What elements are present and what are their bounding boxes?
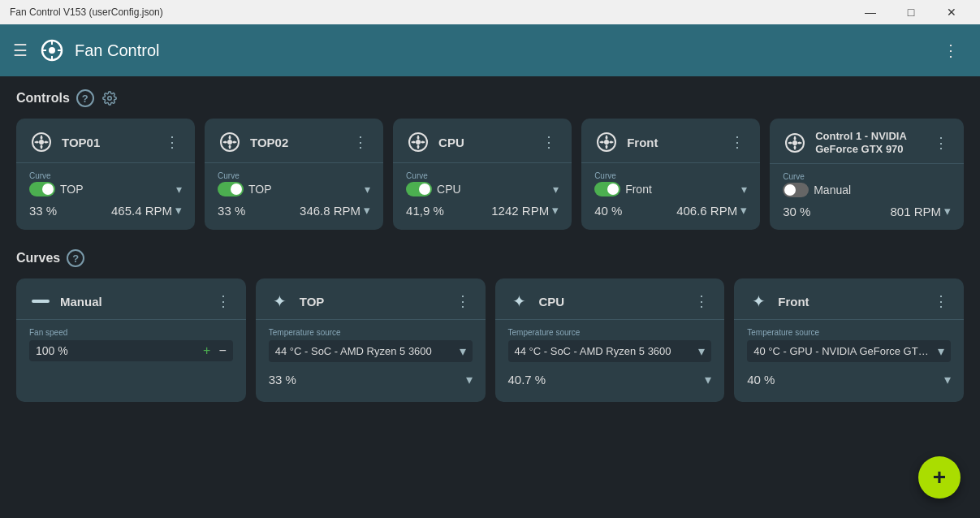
curve-percent-top: 33 % xyxy=(269,373,296,386)
svg-point-14 xyxy=(604,140,609,145)
chevron-down-front[interactable]: ▾ xyxy=(741,183,747,196)
toggle-top01[interactable] xyxy=(29,182,55,196)
curve-card-name-front: Front xyxy=(778,295,931,309)
fan-icon-top01 xyxy=(29,130,54,154)
app-logo xyxy=(37,36,67,65)
curve-select-top02: TOP ▾ xyxy=(248,183,370,196)
minimize-button[interactable]: — xyxy=(852,0,889,24)
minus-curve-icon xyxy=(29,290,52,313)
curve-divider-top xyxy=(256,319,486,320)
stats-row-nvidia: 30 % 801 RPM ▾ xyxy=(783,204,951,218)
close-button[interactable]: ✕ xyxy=(933,0,970,24)
fan-icon-front xyxy=(594,130,619,154)
toggle-top02[interactable] xyxy=(218,182,244,196)
chevron-rpm-front[interactable]: ▾ xyxy=(740,203,747,218)
card-more-top02[interactable]: ⋮ xyxy=(351,133,370,151)
stat-percent-cpu: 41,9 % xyxy=(406,204,444,218)
stat-rpm-top02: 346.8 RPM ▾ xyxy=(300,203,370,218)
curve-divider-cpu xyxy=(495,319,725,320)
svg-point-10 xyxy=(227,140,232,145)
curve-card-front: ✦ Front ⋮ Temperature source 40 °C - GPU… xyxy=(734,278,964,402)
curves-help-icon[interactable]: ? xyxy=(67,249,84,267)
stats-row-cpu: 41,9 % 1242 RPM ▾ xyxy=(406,203,559,218)
curve-value-top01: TOP xyxy=(60,183,84,196)
fan-icon-cpu xyxy=(406,130,430,154)
card-name-cpu: CPU xyxy=(438,136,539,149)
curve-select-front: Front ▾ xyxy=(625,183,747,196)
curve-more-top[interactable]: ⋮ xyxy=(453,292,473,310)
curve-percent-cpu: 40.7 % xyxy=(508,373,546,386)
card-header-nvidia: Control 1 - NVIDIA GeForce GTX 970 ⋮ xyxy=(783,130,951,155)
chevron-rpm-nvidia[interactable]: ▾ xyxy=(944,204,951,218)
curve-card-top: ✦ TOP ⋮ Temperature source 44 °C - SoC -… xyxy=(256,278,486,402)
curve-card-name-top: TOP xyxy=(300,295,453,309)
card-name-top02: TOP02 xyxy=(250,136,351,149)
card-name-nvidia: Control 1 - NVIDIA GeForce GTX 970 xyxy=(815,130,931,155)
toggle-nvidia[interactable] xyxy=(783,183,809,197)
stat-rpm-nvidia: 801 RPM ▾ xyxy=(891,204,952,218)
curve-percent-row-cpu: 40.7 % ▾ xyxy=(508,369,712,391)
card-name-front: Front xyxy=(627,136,727,149)
card-more-top01[interactable]: ⋮ xyxy=(162,133,182,151)
chevron-rpm-top01[interactable]: ▾ xyxy=(175,203,182,218)
curve-card-name-manual: Manual xyxy=(60,295,214,309)
chevron-percent-cpu[interactable]: ▾ xyxy=(705,372,711,387)
chevron-percent-front[interactable]: ▾ xyxy=(944,372,951,387)
curve-card-name-cpu: CPU xyxy=(539,295,693,309)
fan-speed-plus-icon[interactable]: + xyxy=(203,343,210,358)
curve-more-cpu[interactable]: ⋮ xyxy=(692,292,711,310)
fan-speed-label-manual: Fan speed xyxy=(29,328,233,337)
chevron-temp-cpu[interactable]: ▾ xyxy=(698,343,705,359)
temp-source-label-top: Temperature source xyxy=(269,328,473,337)
chevron-down-cpu[interactable]: ▾ xyxy=(553,183,559,196)
curve-label-cpu: Curve xyxy=(406,171,559,180)
curve-label-top02: Curve xyxy=(218,171,370,180)
curve-row-top02: TOP ▾ xyxy=(218,182,370,196)
stat-rpm-front: 406.6 RPM ▾ xyxy=(676,203,747,218)
toggle-cpu[interactable] xyxy=(406,182,432,196)
fan-speed-value-manual: 100 % xyxy=(36,344,68,357)
control-card-front: Front ⋮ Curve Front ▾ 40 % 406.6 RPM xyxy=(581,119,760,230)
chevron-temp-front[interactable]: ▾ xyxy=(938,343,944,359)
chevron-down-top01[interactable]: ▾ xyxy=(176,183,182,196)
control-card-nvidia: Control 1 - NVIDIA GeForce GTX 970 ⋮ Cur… xyxy=(770,119,964,230)
curve-card-header-top: ✦ TOP ⋮ xyxy=(269,290,473,313)
menu-icon[interactable]: ☰ xyxy=(13,41,28,60)
curve-select-top01: TOP ▾ xyxy=(60,183,182,196)
toggle-front[interactable] xyxy=(594,182,620,196)
fan-speed-minus-icon[interactable]: − xyxy=(218,343,226,358)
card-divider-nvidia xyxy=(770,163,964,164)
maximize-button[interactable]: □ xyxy=(892,0,930,24)
curve-more-front[interactable]: ⋮ xyxy=(931,292,951,310)
control-card-cpu: CPU ⋮ Curve CPU ▾ 41,9 % 1242 RPM ▾ xyxy=(393,119,572,230)
titlebar-controls: — □ ✕ xyxy=(852,0,970,24)
chevron-percent-top[interactable]: ▾ xyxy=(466,372,473,387)
controls-settings-icon[interactable] xyxy=(101,89,119,107)
chevron-rpm-cpu[interactable]: ▾ xyxy=(552,203,559,218)
temp-source-label-cpu: Temperature source xyxy=(508,328,712,337)
chevron-temp-top[interactable]: ▾ xyxy=(460,343,466,359)
curve-row-front: Front ▾ xyxy=(594,182,747,196)
curve-row-cpu: CPU ▾ xyxy=(406,182,559,196)
curve-more-manual[interactable]: ⋮ xyxy=(214,292,233,310)
controls-title: Controls xyxy=(16,91,70,106)
card-more-nvidia[interactable]: ⋮ xyxy=(931,134,951,152)
curve-label-nvidia: Curve xyxy=(783,172,951,181)
card-more-cpu[interactable]: ⋮ xyxy=(539,133,559,151)
controls-help-icon[interactable]: ? xyxy=(76,89,94,107)
svg-point-1 xyxy=(49,47,55,54)
app-title: Fan Control xyxy=(75,41,935,60)
appbar-more-button[interactable]: ⋮ xyxy=(935,34,967,67)
svg-point-6 xyxy=(108,97,112,101)
chevron-rpm-top02[interactable]: ▾ xyxy=(364,203,370,218)
curve-value-cpu: CPU xyxy=(437,183,461,196)
curve-row-nvidia: Manual xyxy=(783,183,951,197)
curve-card-header-cpu2: ✦ CPU ⋮ xyxy=(508,290,712,313)
curve-divider-front xyxy=(734,319,964,320)
controls-cards-grid: TOP01 ⋮ Curve TOP ▾ 33 % 465.4 RPM xyxy=(16,119,964,230)
card-header-cpu: CPU ⋮ xyxy=(406,130,559,154)
add-fab-button[interactable]: + xyxy=(918,456,961,499)
chevron-down-top02[interactable]: ▾ xyxy=(365,183,370,196)
curve-row-top01: TOP ▾ xyxy=(29,182,182,196)
card-more-front[interactable]: ⋮ xyxy=(727,133,747,151)
